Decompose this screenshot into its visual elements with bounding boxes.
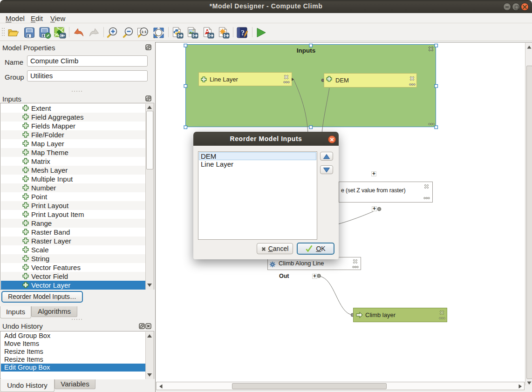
svg-text:1:1: 1:1 [141,30,147,34]
svg-text:?: ? [241,29,245,37]
